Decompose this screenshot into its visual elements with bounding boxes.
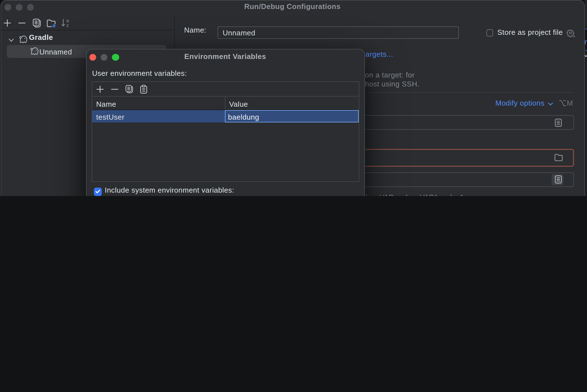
svg-text:z: z — [66, 22, 69, 27]
